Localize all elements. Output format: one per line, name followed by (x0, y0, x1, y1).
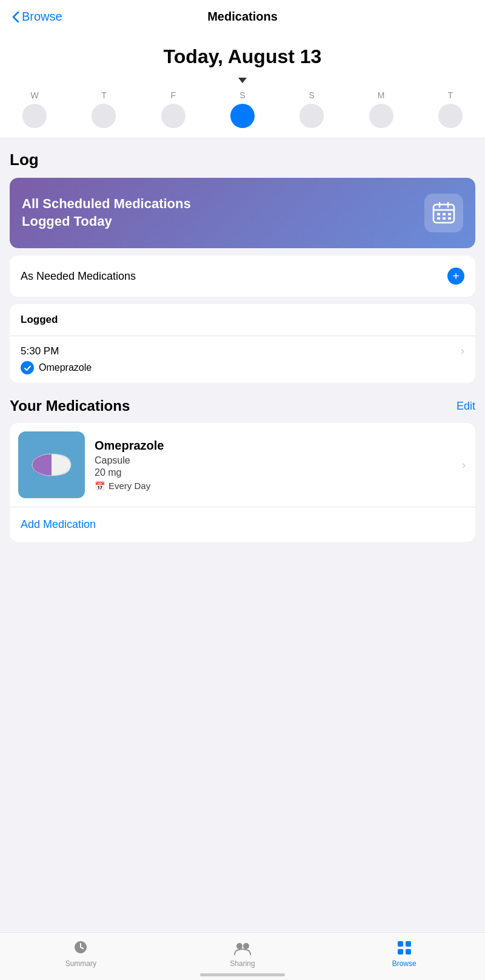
browse-icon (395, 939, 413, 957)
week-day-wed[interactable]: W (22, 90, 47, 128)
tab-summary[interactable]: Summary (56, 939, 105, 968)
svg-rect-6 (443, 217, 446, 220)
svg-point-12 (236, 943, 242, 949)
medication-chevron: › (462, 459, 466, 471)
edit-button[interactable]: Edit (457, 400, 475, 413)
as-needed-label: As Needed Medications (21, 270, 136, 283)
scheduled-text-line2: Logged Today (22, 213, 191, 231)
as-needed-medications-row[interactable]: As Needed Medications + (10, 255, 475, 297)
scheduled-text-line1: All Scheduled Medications (22, 195, 191, 213)
tab-browse[interactable]: Browse (380, 939, 429, 968)
week-day-mon[interactable]: M (369, 90, 393, 128)
svg-rect-14 (398, 941, 403, 947)
tab-summary-label: Summary (65, 959, 96, 968)
svg-rect-2 (437, 213, 440, 215)
svg-rect-16 (398, 949, 403, 955)
date-label: Today, August 13 (12, 46, 473, 68)
check-circle-icon (21, 361, 34, 374)
nav-bar: Browse Medications (0, 0, 485, 29)
medication-omeprazole[interactable]: Omeprazole Capsule 20 mg 📅 Every Day › (10, 423, 475, 507)
home-indicator (200, 973, 285, 976)
add-medication-button[interactable]: Add Medication (21, 518, 96, 530)
back-button[interactable]: Browse (12, 10, 62, 24)
nav-title: Medications (207, 10, 278, 24)
logged-item[interactable]: 5:30 PM › Omeprazole (10, 336, 475, 383)
logged-time: 5:30 PM (21, 345, 59, 357)
logged-card: Logged 5:30 PM › Omeprazole (10, 304, 475, 383)
logged-header: Logged (10, 304, 475, 336)
tab-browse-label: Browse (392, 959, 416, 968)
tab-sharing-label: Sharing (230, 959, 255, 968)
logged-med-name: Omeprazole (39, 362, 92, 373)
svg-rect-15 (406, 941, 411, 947)
svg-rect-5 (437, 217, 440, 220)
week-day-fri[interactable]: F (161, 90, 186, 128)
week-day-thu[interactable]: T (92, 90, 116, 128)
log-section: Log All Scheduled Medications Logged Tod… (0, 138, 485, 383)
medication-image (18, 431, 85, 498)
add-as-needed-button[interactable]: + (447, 268, 464, 285)
your-meds-header: Your Medications Edit (10, 397, 475, 414)
today-indicator-arrow (238, 78, 247, 83)
week-day-sun[interactable]: S (299, 90, 324, 128)
medication-schedule: 📅 Every Day (95, 481, 467, 491)
svg-rect-17 (406, 949, 411, 955)
week-day-tue[interactable]: T (438, 90, 463, 128)
log-title: Log (10, 150, 475, 169)
calendar-icon (424, 194, 463, 232)
add-medication-row[interactable]: Add Medication (10, 507, 475, 542)
svg-rect-4 (448, 213, 451, 215)
your-medications-section: Your Medications Edit (0, 397, 485, 552)
back-label: Browse (22, 10, 62, 24)
week-strip: W T F S S M T (0, 86, 485, 138)
date-section: Today, August 13 (0, 29, 485, 78)
svg-point-13 (243, 943, 249, 949)
scheduled-card[interactable]: All Scheduled Medications Logged Today (10, 178, 475, 248)
logged-item-chevron: › (461, 345, 464, 357)
medication-name: Omeprazole (95, 439, 467, 453)
svg-rect-3 (443, 213, 446, 215)
your-medications-title: Your Medications (10, 397, 130, 414)
medication-schedule-text: Every Day (109, 481, 150, 491)
medication-info: Omeprazole Capsule 20 mg 📅 Every Day (95, 439, 467, 491)
svg-rect-7 (448, 217, 451, 220)
medication-type: Capsule (95, 455, 467, 466)
summary-icon (72, 939, 90, 957)
calendar-small-icon: 📅 (95, 481, 105, 491)
sharing-icon (233, 939, 252, 957)
tab-sharing[interactable]: Sharing (218, 939, 267, 968)
medication-dose: 20 mg (95, 467, 467, 478)
medications-card: Omeprazole Capsule 20 mg 📅 Every Day › A… (10, 423, 475, 542)
week-day-sat-today[interactable]: S (230, 90, 255, 128)
